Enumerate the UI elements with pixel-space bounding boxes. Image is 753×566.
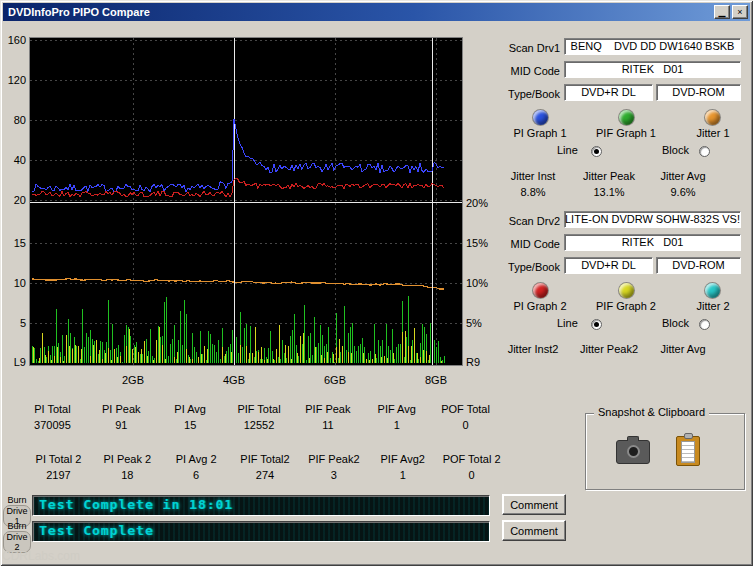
snapshot-clipboard-group: Snapshot & Clipboard — [585, 413, 745, 490]
burn-label-line1: Burn — [3, 521, 31, 531]
stat-value: 11 — [293, 419, 362, 431]
stat-value: 2197 — [24, 469, 93, 481]
stat-value: 3 — [299, 469, 368, 481]
pi-graph1-label: PI Graph 1 — [505, 127, 575, 139]
stat-label: PIF Avg — [362, 403, 431, 415]
stat-label: PIF Peak2 — [299, 453, 368, 465]
stat-pif-avg-2: PIF Avg21 — [368, 453, 437, 481]
stat-value: 370095 — [18, 419, 87, 431]
radio-line-drive1[interactable] — [591, 146, 602, 157]
type2-field: DVD+R DL — [564, 257, 653, 274]
stat-label: PI Peak — [87, 403, 156, 415]
stat-label: PIF Total2 — [231, 453, 300, 465]
app-window: DVDInfoPro PIPO Compare ▁ × 160120804020… — [0, 0, 753, 566]
radio-block-drive2[interactable] — [699, 319, 710, 330]
snapshot-group-title: Snapshot & Clipboard — [594, 406, 709, 418]
scan-drv2-label: Scan Drv2 — [496, 215, 560, 227]
radio-block-drive1[interactable] — [699, 146, 710, 157]
stat-pi-peak-2: PI Peak 218 — [93, 453, 162, 481]
titlebar: DVDInfoPro PIPO Compare ▁ × — [3, 3, 750, 21]
snapshot-button[interactable] — [616, 440, 650, 464]
stat-pif-total: PIF Total12552 — [225, 403, 294, 431]
jitter1-indicator — [705, 110, 720, 125]
close-button[interactable]: × — [732, 5, 748, 19]
clipboard-button[interactable] — [676, 436, 700, 466]
axis-tick-label: 160 — [0, 34, 26, 46]
chart-svg — [30, 38, 462, 365]
jitter-peak2-label: Jitter Peak2 — [572, 343, 646, 355]
comment-button-1[interactable]: Comment — [502, 494, 566, 515]
jitter2-label: Jitter 2 — [678, 300, 748, 312]
minimize-icon: ▁ — [719, 7, 726, 17]
axis-tick-label: 5 — [0, 317, 26, 329]
type1-field: DVD+R DL — [564, 84, 653, 101]
mid-code1-field: RITEK D01 — [564, 61, 741, 78]
stat-value: 6 — [162, 469, 231, 481]
block-label-drive1: Block — [662, 144, 689, 156]
pi-graph2-indicator — [533, 283, 548, 298]
jitter-avg2-label: Jitter Avg — [646, 343, 720, 355]
camera-icon — [616, 440, 650, 464]
axis-tick-label: 10% — [466, 277, 498, 289]
jitter2-indicator — [705, 283, 720, 298]
jitter-inst1-label: Jitter Inst — [496, 170, 570, 182]
stat-pof-total-2: POF Total 20 — [437, 453, 506, 481]
axis-tick-label: 8GB — [420, 374, 452, 386]
jitter-inst1-value: 8.8% — [496, 186, 570, 198]
window-title: DVDInfoPro PIPO Compare — [8, 6, 712, 18]
lcd-display-2: Test Complete — [32, 521, 490, 542]
stat-label: POF Total 2 — [437, 453, 506, 465]
stat-label: PIF Peak — [293, 403, 362, 415]
stat-pif-avg: PIF Avg1 — [362, 403, 431, 431]
stat-pi-avg-2: PI Avg 26 — [162, 453, 231, 481]
axis-tick-label: 120 — [0, 74, 26, 86]
pif-graph1-indicator — [619, 110, 634, 125]
line-label-drive1: Line — [557, 144, 578, 156]
stat-value: 18 — [93, 469, 162, 481]
chart-frame — [29, 37, 463, 366]
stat-value: 15 — [156, 419, 225, 431]
stat-pif-total-2: PIF Total2274 — [231, 453, 300, 481]
axis-tick-label: 4GB — [218, 374, 250, 386]
axis-tick-label: 15 — [0, 237, 26, 249]
stat-label: PIF Avg2 — [368, 453, 437, 465]
mid-code1-label: MID Code — [496, 65, 560, 77]
mid-code2-label: MID Code — [496, 238, 560, 250]
axis-tick-label: 10 — [0, 277, 26, 289]
stat-value: 1 — [368, 469, 437, 481]
line-label-drive2: Line — [557, 317, 578, 329]
stat-label: PIF Total — [225, 403, 294, 415]
stat-value: 1 — [362, 419, 431, 431]
stat-label: PI Total 2 — [24, 453, 93, 465]
stat-pif-peak-2: PIF Peak23 — [299, 453, 368, 481]
stat-label: POF Total — [431, 403, 500, 415]
minimize-button[interactable]: ▁ — [714, 5, 730, 19]
axis-tick-label: 15% — [466, 237, 498, 249]
jitter-avg1-value: 9.6% — [646, 186, 720, 198]
stat-pi-total-2: PI Total 22197 — [24, 453, 93, 481]
pif-graph1-label: PIF Graph 1 — [591, 127, 661, 139]
radio-line-drive2[interactable] — [591, 319, 602, 330]
scan-drv1-label: Scan Drv1 — [496, 42, 560, 54]
close-icon: × — [737, 7, 742, 17]
axis-tick-label: 6GB — [319, 374, 351, 386]
lcd-display-1: Test Complete in 18:01 — [32, 495, 490, 516]
clipboard-icon — [676, 436, 700, 466]
axis-tick-label: 20 — [0, 194, 26, 206]
axis-tick-label: 80 — [0, 114, 26, 126]
stat-value: 0 — [431, 419, 500, 431]
jitter-inst2-label: Jitter Inst2 — [496, 343, 570, 355]
scan-drv1-field: BENQ DVD DD DW1640 BSKB — [564, 38, 741, 55]
book2-field: DVD-ROM — [656, 257, 741, 274]
stats-row-1: PI Total370095 PI Peak91 PI Avg15 PIF To… — [18, 403, 500, 431]
watermark: CDRLabs.com — [2, 549, 80, 563]
jitter-avg1-label: Jitter Avg — [646, 170, 720, 182]
stat-pi-peak: PI Peak91 — [87, 403, 156, 431]
stat-label: PI Total — [18, 403, 87, 415]
stat-pi-avg: PI Avg15 — [156, 403, 225, 431]
comment-button-2[interactable]: Comment — [502, 520, 566, 541]
axis-tick-label: 20% — [466, 197, 498, 209]
stat-label: PI Avg — [156, 403, 225, 415]
stats-row-2: PI Total 22197 PI Peak 218 PI Avg 26 PIF… — [24, 453, 506, 481]
pif-graph2-indicator — [619, 283, 634, 298]
